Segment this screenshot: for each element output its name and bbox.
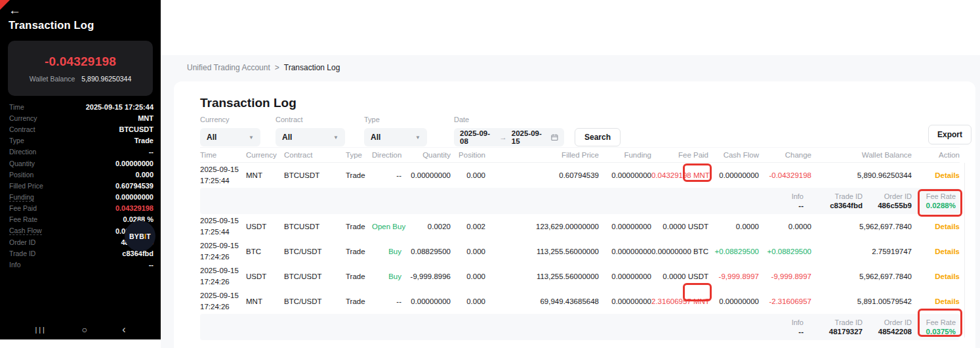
currency-filter-label: Currency <box>200 116 260 123</box>
filter-bar: Currency All ▼ Contract All ▼ Type All ▼ <box>200 116 621 146</box>
cell-cash_flow: +0.08829500 <box>708 246 759 257</box>
detail-value: 0.04329198 <box>115 204 153 212</box>
mobile-detail-row: Filled Price0.60794539 <box>9 180 153 191</box>
detail-label: Fee Rate <box>9 215 37 223</box>
breadcrumb: Unified Trading Account>Transaction Log <box>187 63 340 72</box>
contract-select[interactable]: All ▼ <box>276 128 345 146</box>
detail-value: 0.60794539 <box>115 182 153 190</box>
contract-filter-label: Contract <box>276 116 345 123</box>
expanded-detail-row: Info--Trade IDc8364fbdOrder ID486c55b9Fe… <box>200 188 960 214</box>
cell-currency: USDT <box>246 271 284 282</box>
cell-time-date: 2025-09-15 <box>200 217 239 225</box>
cell-time-date: 2025-09-15 <box>200 242 239 250</box>
table-right-divider <box>964 163 965 337</box>
chevron-down-icon: ▼ <box>415 135 420 141</box>
cell-quantity: 0.08829500 <box>401 246 451 257</box>
type-select-value: All <box>371 133 380 142</box>
transaction-log-card: Transaction Log Currency All ▼ Contract … <box>174 81 975 348</box>
cell-fee_paid: 0.04329198 MNT <box>651 170 708 181</box>
chevron-down-icon: ▼ <box>249 135 254 141</box>
details-link[interactable]: Details <box>912 271 960 282</box>
cell-type: Trade <box>346 296 372 307</box>
column-header-currency: Currency <box>246 151 284 159</box>
column-header-cash_flow: Cash Flow <box>708 151 759 159</box>
table-header-row: TimeCurrencyContractTypeDirectionQuantit… <box>200 147 960 163</box>
details-link[interactable]: Details <box>912 170 960 181</box>
breadcrumb-separator: > <box>275 63 279 72</box>
column-header-change: Change <box>759 151 811 159</box>
cell-cash_flow: -9,999.8997 <box>708 271 759 282</box>
screen-record-corner-marker <box>0 0 10 10</box>
mobile-detail-row: CurrencyMNT <box>9 112 153 123</box>
type-filter-label: Type <box>364 116 427 123</box>
expanded-stat-value: 0.0375% <box>884 328 956 336</box>
table-row: 2025-09-1517:24:26USDTBTC/USDTTradeBuy-9… <box>200 264 960 289</box>
column-header-type: Type <box>346 151 372 159</box>
detail-label: Position <box>9 171 33 179</box>
cell-contract: BTC/USDT <box>284 271 346 282</box>
home-icon[interactable]: ○ <box>81 324 87 335</box>
summary-amount: -0.04329198 <box>45 54 116 69</box>
type-filter: Type All ▼ <box>364 116 427 146</box>
detail-value: 2025-09-15 17:25:44 <box>86 103 153 111</box>
cell-currency: MNT <box>246 170 284 181</box>
search-button[interactable]: Search <box>575 128 621 146</box>
table-row: 2025-09-1517:25:44MNTBTCUSDTTrade--0.000… <box>200 163 960 188</box>
table-row: 2025-09-1517:24:26MNTBTC/USDTTrade--0.00… <box>200 289 960 314</box>
cell-currency: MNT <box>246 296 284 307</box>
column-header-action: Action <box>912 151 960 159</box>
cell-wallet_balance: 5,962,697.7840 <box>811 271 912 282</box>
export-button[interactable]: Export <box>928 125 971 144</box>
detail-label: Trade ID <box>9 250 35 257</box>
cell-direction: Buy <box>372 271 401 282</box>
android-nav-bar: ||| ○ ‹ <box>0 320 161 339</box>
cell-position: 0.000 <box>451 271 485 282</box>
date-range-picker[interactable]: 2025-09-08 → 2025-09-15 <box>454 128 564 146</box>
details-link[interactable]: Details <box>912 246 960 257</box>
detail-label: Contract <box>9 125 35 133</box>
contract-filter: Contract All ▼ <box>276 116 345 146</box>
recents-icon[interactable]: ||| <box>35 326 47 334</box>
column-header-fee_paid: Fee Paid <box>651 151 708 159</box>
column-header-quantity: Quantity <box>401 151 451 159</box>
mobile-detail-row: Direction-- <box>9 146 153 158</box>
cell-time-date: 2025-09-15 <box>200 267 239 274</box>
cell-wallet_balance: 5,962,697.7840 <box>811 221 912 232</box>
detail-value: -- <box>149 261 153 269</box>
mobile-detail-row: ContractBTCUSDT <box>9 123 153 135</box>
cell-fee_paid: 0.0000 USDT <box>651 221 708 232</box>
cell-quantity: -9,999.8996 <box>401 271 451 282</box>
back-arrow-icon[interactable]: ← <box>9 3 21 18</box>
cell-contract: BTC/USDT <box>284 246 346 257</box>
breadcrumb-parent-link[interactable]: Unified Trading Account <box>187 63 270 72</box>
cell-direction: -- <box>372 170 401 181</box>
column-header-filled_price: Filled Price <box>485 151 599 159</box>
mobile-detail-row: Time2025-09-15 17:25:44 <box>9 101 153 112</box>
currency-select-value: All <box>207 133 216 142</box>
details-link[interactable]: Details <box>912 221 960 232</box>
cell-time-date: 2025-09-15 <box>200 165 239 173</box>
currency-select[interactable]: All ▼ <box>200 128 260 146</box>
detail-label: Info <box>9 261 21 269</box>
mobile-detail-row: Info-- <box>9 259 153 271</box>
nav-back-icon[interactable]: ‹ <box>122 324 125 336</box>
cell-direction: Open Buy <box>372 221 401 232</box>
cell-cash_flow: 0.00000000 <box>708 170 759 181</box>
column-header-wallet_balance: Wallet Balance <box>811 151 912 159</box>
mobile-app-panel: ← Transaction Log -0.04329198 Wallet Bal… <box>0 0 161 339</box>
detail-label: Funding <box>9 193 34 202</box>
expanded-stat-fee-rate: Fee Rate0.0288% <box>884 192 956 209</box>
summary-card: -0.04329198 Wallet Balance 5,890.9625034… <box>8 41 153 96</box>
page-title: Transaction Log <box>200 96 296 110</box>
cell-wallet_balance: 2.75919747 <box>811 246 912 257</box>
wallet-balance-label: Wallet Balance <box>30 75 75 83</box>
bybit-logo-badge: BYBIT <box>125 221 155 251</box>
details-link[interactable]: Details <box>912 296 960 307</box>
cell-time: 2025-09-1517:25:44 <box>200 164 246 186</box>
wallet-balance-row: Wallet Balance 5,890.96250344 <box>30 75 132 83</box>
cell-change: 0.0000 <box>759 221 811 232</box>
cell-time-clock: 17:25:44 <box>200 227 246 238</box>
type-select[interactable]: All ▼ <box>364 128 427 146</box>
detail-value: BTCUSDT <box>119 125 153 133</box>
cell-quantity: 0.00000000 <box>401 296 451 307</box>
